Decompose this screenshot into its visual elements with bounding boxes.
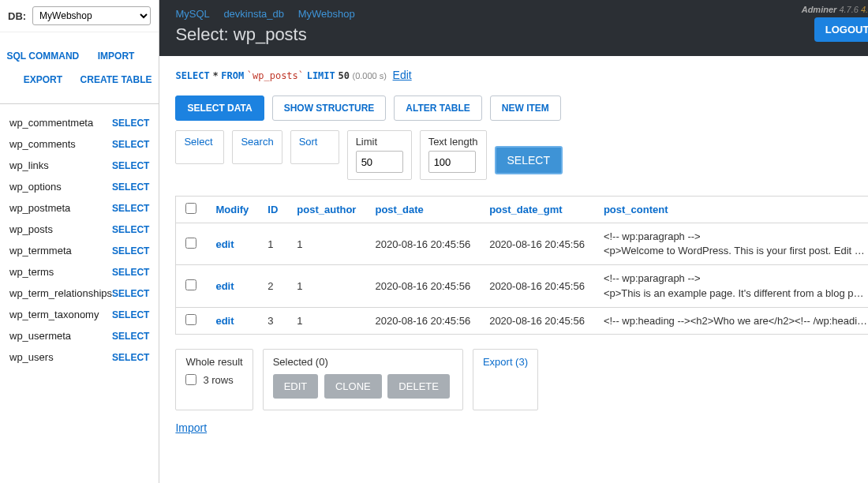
table-name[interactable]: wp_usermeta bbox=[9, 330, 71, 342]
cell-post-author: 1 bbox=[287, 265, 365, 307]
table-name[interactable]: wp_commentmeta bbox=[9, 117, 93, 129]
logout-button[interactable]: LOGOUT bbox=[814, 17, 868, 42]
table-name[interactable]: wp_term_relationships bbox=[9, 287, 112, 299]
edit-query-link[interactable]: Edit bbox=[393, 69, 412, 81]
select-link[interactable]: SELECT bbox=[112, 139, 149, 150]
import-footer-link[interactable]: Import bbox=[175, 421, 868, 434]
table-row: edit 1 1 2020-08-16 20:45:56 2020-08-16 … bbox=[176, 223, 868, 265]
table-name[interactable]: wp_links bbox=[9, 159, 49, 171]
whole-result-box: Whole result 3 rows bbox=[175, 349, 253, 410]
page-title: Select: wp_posts bbox=[175, 24, 868, 45]
select-link[interactable]: SELECT bbox=[112, 203, 149, 214]
delete-selected-button[interactable]: DELETE bbox=[387, 374, 450, 399]
tables-list: wp_commentmetaSELECT wp_commentsSELECT w… bbox=[0, 104, 159, 376]
breadcrumb-mysql[interactable]: MySQL bbox=[175, 8, 209, 20]
sidebar-actions: SQL COMMAND IMPORT EXPORT CREATE TABLE bbox=[0, 32, 159, 104]
select-link[interactable]: SELECT bbox=[112, 309, 149, 320]
table-name[interactable]: wp_comments bbox=[9, 138, 76, 150]
filter-sort[interactable]: Sort bbox=[290, 130, 339, 164]
cell-post-author: 1 bbox=[287, 223, 365, 265]
export-link[interactable]: EXPORT bbox=[6, 68, 80, 92]
table-name[interactable]: wp_termmeta bbox=[9, 245, 72, 256]
tab-buttons: SELECT DATA SHOW STRUCTURE ALTER TABLE N… bbox=[175, 95, 868, 121]
select-all-checkbox[interactable] bbox=[185, 203, 196, 214]
cell-post-date-gmt: 2020-08-16 20:45:56 bbox=[480, 307, 594, 334]
select-link[interactable]: SELECT bbox=[112, 118, 149, 129]
sql-command-link[interactable]: SQL COMMAND bbox=[6, 44, 80, 68]
select-button[interactable]: SELECT bbox=[495, 146, 563, 174]
table-row: wp_usermetaSELECT bbox=[9, 325, 149, 346]
export-box[interactable]: Export (3) bbox=[473, 349, 538, 410]
cell-post-content: <!-- wp:paragraph --><p>Welcome to WordP… bbox=[594, 223, 868, 265]
select-link[interactable]: SELECT bbox=[112, 331, 149, 342]
topbar-right: Adminer 4.7.6 4.7.7 LOGOUT bbox=[802, 5, 868, 42]
table-name[interactable]: wp_users bbox=[9, 351, 54, 363]
edit-row-link[interactable]: edit bbox=[215, 238, 234, 250]
content: SELECT * FROM `wp_posts` LIMIT 50 (0.000… bbox=[159, 56, 868, 447]
col-post-date-gmt[interactable]: post_date_gmt bbox=[480, 197, 594, 223]
limit-input[interactable] bbox=[356, 151, 403, 173]
table-row: wp_postsSELECT bbox=[9, 219, 149, 240]
cell-id: 1 bbox=[258, 223, 287, 265]
table-name[interactable]: wp_terms bbox=[9, 266, 54, 278]
col-post-content[interactable]: post_content bbox=[594, 197, 868, 223]
breadcrumb-current[interactable]: MyWebshop bbox=[298, 8, 355, 20]
row-checkbox[interactable] bbox=[185, 279, 196, 290]
tab-select-data[interactable]: SELECT DATA bbox=[175, 95, 264, 121]
select-link[interactable]: SELECT bbox=[112, 267, 149, 278]
edit-row-link[interactable]: edit bbox=[215, 280, 234, 292]
table-row: wp_term_taxonomySELECT bbox=[9, 304, 149, 325]
select-link[interactable]: SELECT bbox=[112, 160, 149, 171]
table-row: wp_term_relationshipsSELECT bbox=[9, 283, 149, 304]
table-name[interactable]: wp_term_taxonomy bbox=[9, 309, 99, 320]
tab-alter-table[interactable]: ALTER TABLE bbox=[394, 95, 482, 121]
col-id[interactable]: ID bbox=[258, 197, 287, 223]
row-checkbox[interactable] bbox=[185, 238, 196, 249]
whole-result-checkbox[interactable] bbox=[185, 374, 196, 385]
select-link[interactable]: SELECT bbox=[112, 224, 149, 235]
table-name[interactable]: wp_postmeta bbox=[9, 202, 70, 214]
sidebar: DB: MyWebshop SQL COMMAND IMPORT EXPORT … bbox=[0, 0, 159, 483]
filter-select[interactable]: Select bbox=[175, 130, 224, 164]
col-modify: Modify bbox=[206, 197, 258, 223]
cell-post-date: 2020-08-16 20:45:56 bbox=[365, 307, 480, 334]
footer-boxes: Whole result 3 rows Selected (0) EDIT CL… bbox=[175, 349, 868, 410]
filter-limit: Limit bbox=[347, 130, 412, 180]
export-link[interactable]: Export (3) bbox=[483, 356, 528, 368]
table-name[interactable]: wp_posts bbox=[9, 223, 53, 235]
filter-search[interactable]: Search bbox=[232, 130, 282, 164]
create-table-link[interactable]: CREATE TABLE bbox=[80, 68, 153, 92]
adminer-version: Adminer 4.7.6 4.7.7 bbox=[802, 5, 868, 14]
import-link[interactable]: IMPORT bbox=[80, 44, 153, 68]
cell-id: 3 bbox=[258, 307, 287, 334]
breadcrumb-db[interactable]: devkinsta_db bbox=[223, 8, 284, 20]
breadcrumbs: MySQL devkinsta_db MyWebshop bbox=[175, 8, 868, 20]
table-row: edit 2 1 2020-08-16 20:45:56 2020-08-16 … bbox=[176, 265, 868, 307]
tab-new-item[interactable]: NEW ITEM bbox=[490, 95, 561, 121]
edit-row-link[interactable]: edit bbox=[215, 315, 234, 327]
table-row: wp_commentmetaSELECT bbox=[9, 112, 149, 133]
main: MySQL devkinsta_db MyWebshop Select: wp_… bbox=[159, 0, 868, 483]
text-length-input[interactable] bbox=[428, 151, 476, 173]
edit-selected-button[interactable]: EDIT bbox=[273, 374, 319, 399]
col-post-author[interactable]: post_author bbox=[287, 197, 365, 223]
tab-show-structure[interactable]: SHOW STRUCTURE bbox=[272, 95, 387, 121]
cell-post-content: <!-- wp:heading --><h2>Who we are</h2><!… bbox=[594, 307, 868, 334]
select-link[interactable]: SELECT bbox=[112, 288, 149, 299]
select-link[interactable]: SELECT bbox=[112, 352, 149, 363]
select-link[interactable]: SELECT bbox=[112, 182, 149, 193]
clone-selected-button[interactable]: CLONE bbox=[324, 374, 382, 399]
selected-box: Selected (0) EDIT CLONE DELETE bbox=[263, 349, 463, 410]
cell-post-author: 1 bbox=[287, 307, 365, 334]
data-table: Modify ID post_author post_date post_dat… bbox=[175, 196, 868, 335]
table-name[interactable]: wp_options bbox=[9, 181, 62, 193]
db-selector-row: DB: MyWebshop bbox=[0, 0, 159, 32]
cell-id: 2 bbox=[258, 265, 287, 307]
row-checkbox[interactable] bbox=[185, 314, 196, 325]
col-post-date[interactable]: post_date bbox=[365, 197, 480, 223]
db-select[interactable]: MyWebshop bbox=[32, 6, 151, 25]
table-row: wp_usersSELECT bbox=[9, 346, 149, 368]
table-row: wp_postmetaSELECT bbox=[9, 197, 149, 219]
sql-preview: SELECT * FROM `wp_posts` LIMIT 50 (0.000… bbox=[175, 69, 868, 81]
select-link[interactable]: SELECT bbox=[112, 245, 149, 256]
